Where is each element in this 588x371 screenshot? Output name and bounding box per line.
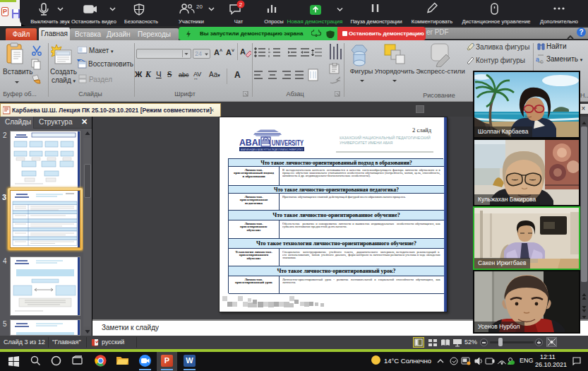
svg-text:ABAI: ABAI [239, 137, 260, 148]
svg-text:2: 2 [239, 1, 243, 8]
svg-text:UNIVERSITY: UNIVERSITY [272, 139, 304, 147]
svg-text:c: c [540, 58, 544, 64]
svg-text:20: 20 [196, 4, 203, 10]
svg-text:A: A [240, 47, 246, 56]
svg-text:АБАЙ АТЫНДАҒЫ ҚАЗАҚ ҰЛТТЫҚ ПЕД: АБАЙ АТЫНДАҒЫ ҚАЗАҚ ҰЛТТЫҚ ПЕДАГОГИКАЛЫҚ… [241, 148, 303, 151]
